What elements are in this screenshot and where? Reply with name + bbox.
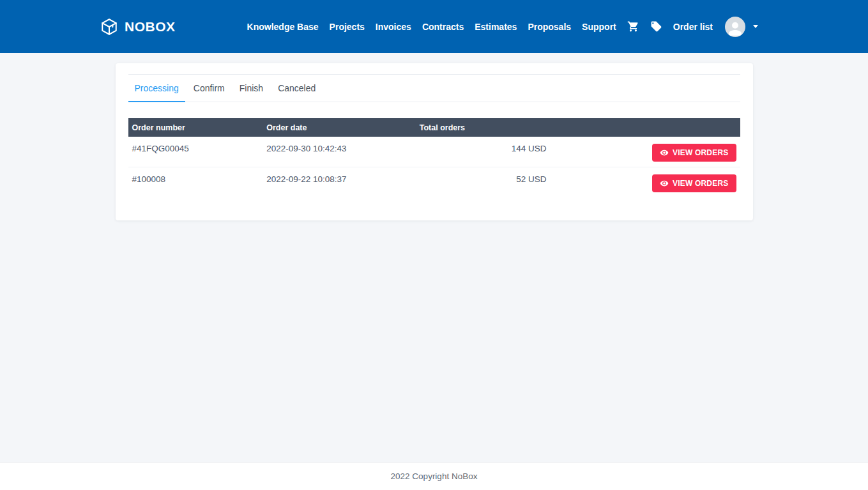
- footer: 2022 Copyright NoBox: [0, 462, 868, 490]
- nav-support[interactable]: Support: [582, 22, 616, 32]
- view-orders-label: VIEW ORDERS: [673, 179, 729, 188]
- nav-proposals[interactable]: Proposals: [528, 22, 571, 32]
- nav-contracts[interactable]: Contracts: [422, 22, 464, 32]
- eye-icon: [660, 148, 669, 157]
- nav-invoices[interactable]: Invoices: [376, 22, 411, 32]
- nav-order-list[interactable]: Order list: [673, 22, 713, 32]
- table-row: #100008 2022-09-22 10:08:37 52 USD VIEW …: [128, 167, 740, 198]
- column-order-number: Order number: [128, 118, 263, 137]
- tab-finish[interactable]: Finish: [233, 75, 270, 102]
- orders-card: Processing Confirm Finish Canceled Order…: [116, 63, 753, 220]
- order-status-tabs: Processing Confirm Finish Canceled: [128, 74, 740, 102]
- cart-icon[interactable]: [627, 20, 639, 33]
- tab-processing[interactable]: Processing: [128, 75, 185, 102]
- column-order-date: Order date: [263, 118, 416, 137]
- copyright-text: 2022 Copyright NoBox: [391, 471, 478, 481]
- view-orders-label: VIEW ORDERS: [673, 148, 729, 157]
- order-total-value: 144 USD: [416, 137, 551, 167]
- tag-icon[interactable]: [650, 20, 662, 33]
- order-number-value: #100008: [128, 167, 263, 198]
- view-orders-button[interactable]: VIEW ORDERS: [652, 174, 736, 192]
- top-navbar: NOBOX Knowledge Base Projects Invoices C…: [0, 0, 868, 53]
- orders-table: Order number Order date Total orders #41…: [128, 118, 740, 197]
- order-total-value: 52 USD: [416, 167, 551, 198]
- cube-logo-icon: [100, 17, 119, 36]
- nav-projects[interactable]: Projects: [330, 22, 365, 32]
- eye-icon: [660, 179, 669, 188]
- column-total-orders: Total orders: [416, 118, 551, 137]
- nav-knowledge-base[interactable]: Knowledge Base: [247, 22, 319, 32]
- view-orders-button[interactable]: VIEW ORDERS: [652, 144, 736, 162]
- brand-name: NOBOX: [125, 19, 176, 34]
- brand[interactable]: NOBOX: [100, 17, 176, 36]
- avatar: [725, 17, 745, 37]
- orders-table-header-row: Order number Order date Total orders: [128, 118, 740, 137]
- column-actions: [551, 118, 740, 137]
- chevron-down-icon: [753, 25, 758, 28]
- tab-canceled[interactable]: Canceled: [271, 75, 322, 102]
- order-date-value: 2022-09-30 10:42:43: [263, 137, 416, 167]
- user-menu[interactable]: [725, 17, 758, 37]
- nav-estimates[interactable]: Estimates: [475, 22, 517, 32]
- table-row: #41FQG00045 2022-09-30 10:42:43 144 USD …: [128, 137, 740, 167]
- tab-confirm[interactable]: Confirm: [187, 75, 231, 102]
- order-number-value: #41FQG00045: [128, 137, 263, 167]
- page-content: Processing Confirm Finish Canceled Order…: [0, 53, 868, 462]
- main-nav: Knowledge Base Projects Invoices Contrac…: [247, 17, 758, 37]
- order-date-value: 2022-09-22 10:08:37: [263, 167, 416, 198]
